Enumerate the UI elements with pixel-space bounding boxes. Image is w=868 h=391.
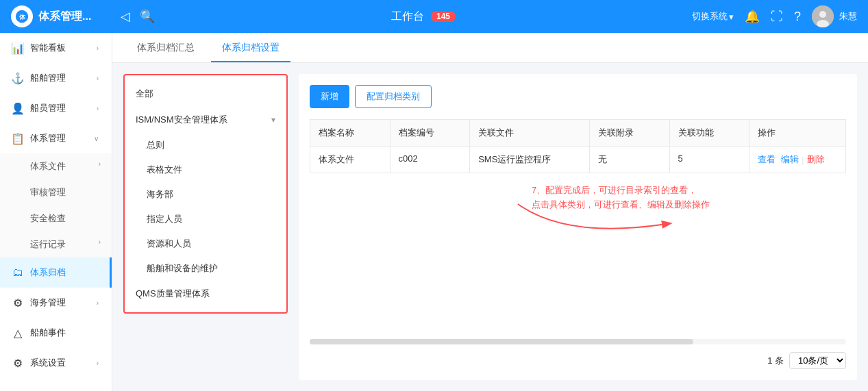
switch-system-btn[interactable]: 切换系统 ▾ bbox=[692, 10, 734, 23]
panel-sub-item-maritime-dept[interactable]: 海务部 bbox=[125, 182, 286, 207]
panel-sub-item-form-files[interactable]: 表格文件 bbox=[125, 157, 286, 182]
fullscreen-icon[interactable]: ⛶ bbox=[771, 10, 783, 24]
header-nav: ◁ 🔍 bbox=[121, 9, 155, 24]
user-menu[interactable]: 朱慧 bbox=[812, 5, 857, 27]
pagination-total: 1 条 bbox=[767, 355, 784, 367]
edit-action-link[interactable]: 编辑 bbox=[781, 153, 799, 166]
sidebar-item-sys-settings[interactable]: ⚙ 系统设置 › bbox=[0, 348, 112, 378]
help-icon[interactable]: ? bbox=[794, 10, 801, 24]
username: 朱慧 bbox=[839, 10, 857, 23]
sidebar-item-system-files[interactable]: 体系文件 › bbox=[0, 153, 112, 179]
sidebar-label: 船员管理 bbox=[30, 102, 97, 114]
table-row: 体系文件 c002 SMS运行监控程序 无 5 查看 编辑 | 删除 bbox=[310, 146, 846, 173]
header-right: 切换系统 ▾ 🔔 ⛶ ? 朱慧 bbox=[692, 5, 857, 27]
sidebar-item-ship-events[interactable]: △ 船舶事件 bbox=[0, 318, 112, 348]
workspace-title: 工作台 bbox=[391, 10, 424, 24]
chevron-down-icon: ∨ bbox=[94, 135, 99, 142]
panel-item-qms[interactable]: QMS质量管理体系 bbox=[125, 281, 286, 307]
scrollbar-thumb[interactable] bbox=[310, 339, 693, 344]
bell-icon[interactable]: 🔔 bbox=[745, 9, 760, 24]
avatar bbox=[812, 5, 834, 27]
content-area: 体系归档汇总 体系归档设置 全部 ISM/NSM安全管理体系 ▾ 总则 bbox=[112, 33, 868, 391]
app-title: 体系管理... bbox=[38, 10, 91, 24]
chevron-right-icon: › bbox=[97, 299, 99, 307]
sidebar-label: 系统设置 bbox=[30, 357, 97, 369]
sidebar-item-safety-check[interactable]: 安全检查 bbox=[0, 205, 112, 231]
sidebar-label: 船舶管理 bbox=[30, 72, 97, 84]
page-size-select[interactable]: 10条/页 20条/页 50条/页 bbox=[789, 352, 846, 369]
gear-icon: ⚙ bbox=[11, 296, 25, 310]
sidebar-item-crew-mgmt[interactable]: 👤 船员管理 › bbox=[0, 93, 112, 123]
sidebar-item-run-records[interactable]: 运行记录 › bbox=[0, 231, 112, 257]
cell-name: 体系文件 bbox=[310, 147, 390, 173]
col-header-related-func: 关联功能 bbox=[670, 120, 750, 146]
search-icon[interactable]: 🔍 bbox=[140, 9, 155, 24]
settings-icon: ⚙ bbox=[11, 356, 25, 370]
sidebar-item-dashboard[interactable]: 📊 智能看板 › bbox=[0, 33, 112, 63]
sidebar-item-ship-mgmt[interactable]: ⚓ 船舶管理 › bbox=[0, 63, 112, 93]
col-header-actions: 操作 bbox=[749, 120, 845, 146]
dashboard-icon: 📊 bbox=[11, 41, 25, 55]
sidebar-label: 体系管理 bbox=[30, 132, 94, 144]
col-header-name: 档案名称 bbox=[310, 120, 390, 146]
header-center: 工作台 145 bbox=[155, 10, 692, 24]
add-button[interactable]: 新增 bbox=[310, 85, 349, 108]
annotation-text: 7、配置完成后，可进行目录索引的查看， 点击具体类别，可进行查看、编辑及删除操作 bbox=[532, 184, 710, 212]
cell-code: c002 bbox=[390, 147, 471, 173]
header: 体 体系管理... ◁ 🔍 工作台 145 切换系统 ▾ 🔔 ⛶ ? 朱慧 bbox=[0, 0, 868, 33]
action-separator: | bbox=[802, 155, 804, 165]
sidebar-label: 体系归档 bbox=[30, 266, 99, 279]
sidebar-item-maritime-mgmt[interactable]: ⚙ 海务管理 › bbox=[0, 288, 112, 318]
config-archive-button[interactable]: 配置归档类别 bbox=[355, 85, 432, 108]
sidebar-label: 船舶事件 bbox=[30, 327, 99, 339]
notification-badge: 145 bbox=[431, 11, 456, 22]
col-header-related-appendix: 关联附录 bbox=[590, 120, 670, 146]
content-body: 全部 ISM/NSM安全管理体系 ▾ 总则 表格文件 海务部 指定人员 bbox=[112, 63, 868, 391]
delete-action-link[interactable]: 删除 bbox=[807, 153, 825, 166]
panel-item-all[interactable]: 全部 bbox=[125, 81, 286, 107]
view-action-link[interactable]: 查看 bbox=[758, 153, 776, 166]
panel-sub-item-resources-people[interactable]: 资源和人员 bbox=[125, 231, 286, 256]
archive-icon: 🗂 bbox=[11, 266, 25, 279]
chevron-right-icon: › bbox=[97, 105, 99, 112]
scrollbar-area[interactable] bbox=[310, 339, 846, 344]
chevron-right-icon: › bbox=[97, 360, 99, 367]
app-logo[interactable]: 体 体系管理... bbox=[11, 5, 121, 27]
cell-related-file: SMS运行监控程序 bbox=[470, 147, 590, 173]
sidebar-submenu-system: 体系文件 › 审核管理 安全检查 运行记录 › bbox=[0, 153, 112, 257]
main-layout: 📊 智能看板 › ⚓ 船舶管理 › 👤 船员管理 › 📋 体系管理 ∨ 体系文件… bbox=[0, 33, 868, 391]
table-header: 档案名称 档案编号 关联文件 关联附录 关联功能 操作 bbox=[310, 119, 846, 146]
sidebar: 📊 智能看板 › ⚓ 船舶管理 › 👤 船员管理 › 📋 体系管理 ∨ 体系文件… bbox=[0, 33, 112, 391]
svg-text:体: 体 bbox=[18, 14, 26, 21]
panel-sub-item-ship-maintenance[interactable]: 船舶和设备的维护 bbox=[125, 256, 286, 281]
cell-related-appendix: 无 bbox=[590, 147, 670, 173]
clipboard-icon: 📋 bbox=[11, 131, 25, 145]
person-icon: 👤 bbox=[11, 101, 25, 115]
chevron-right-icon: › bbox=[97, 45, 99, 52]
annotation-container: 7、配置完成后，可进行目录索引的查看， 点击具体类别，可进行查看、编辑及删除操作 bbox=[511, 184, 758, 268]
sidebar-item-audit-mgmt[interactable]: 审核管理 bbox=[0, 179, 112, 205]
col-header-code: 档案编号 bbox=[390, 120, 471, 146]
chevron-right-icon: › bbox=[99, 160, 101, 168]
panel-item-ism[interactable]: ISM/NSM安全管理体系 ▾ bbox=[125, 107, 286, 133]
chevron-down-icon: ▾ bbox=[729, 12, 734, 22]
chevron-right-icon: › bbox=[99, 238, 101, 246]
sidebar-item-system-mgmt[interactable]: 📋 体系管理 ∨ bbox=[0, 123, 112, 153]
back-icon[interactable]: ◁ bbox=[121, 9, 130, 24]
warning-icon: △ bbox=[11, 326, 25, 340]
panel-sub-item-designated-person[interactable]: 指定人员 bbox=[125, 207, 286, 231]
annotation-arrow-svg bbox=[511, 184, 758, 266]
anchor-icon: ⚓ bbox=[11, 71, 25, 85]
main-content-panel: 新增 配置归档类别 档案名称 档案编号 关联文件 关联附录 关联功能 操作 体系… bbox=[299, 74, 857, 380]
expand-arrow-icon: ▾ bbox=[271, 115, 275, 125]
logo-icon: 体 bbox=[11, 5, 33, 27]
tab-archive-settings[interactable]: 体系归档设置 bbox=[211, 35, 290, 62]
panel-sub-item-general[interactable]: 总则 bbox=[125, 133, 286, 157]
tab-archive-summary[interactable]: 体系归档汇总 bbox=[126, 35, 206, 62]
sidebar-item-archive[interactable]: 🗂 体系归档 bbox=[0, 257, 112, 288]
data-table: 档案名称 档案编号 关联文件 关联附录 关联功能 操作 体系文件 c002 SM… bbox=[310, 119, 846, 173]
cell-actions: 查看 编辑 | 删除 bbox=[749, 147, 845, 173]
pagination: 1 条 10条/页 20条/页 50条/页 bbox=[767, 352, 846, 369]
chevron-right-icon: › bbox=[97, 75, 99, 82]
sidebar-label: 智能看板 bbox=[30, 42, 97, 54]
